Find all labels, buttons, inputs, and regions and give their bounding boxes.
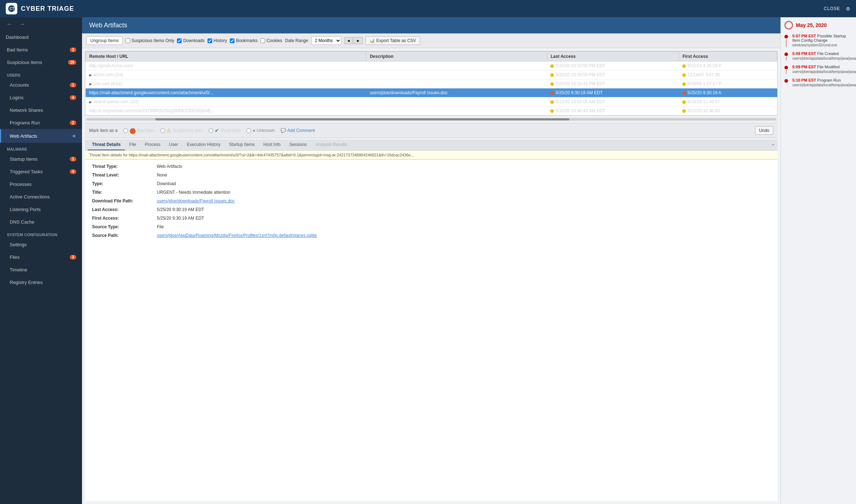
threat-level-value: None [157,173,167,178]
tab-sessions[interactable]: Sessions [285,139,311,150]
table-scrollbar[interactable] [85,117,778,122]
sidebar-item-network-shares[interactable]: Network Shares [0,104,82,116]
suspicious-only-checkbox[interactable] [126,38,130,43]
good-item-option[interactable]: ✔ Good Item [209,128,241,133]
row-first-access: 5/25/20 9:30:19 A [679,88,777,97]
source-path-value[interactable]: users/jdoe/AppData/Roaming/Mozilla/Firef… [157,233,317,238]
table-row[interactable]: ▶acme.com (1/4) 5/25/20 10:10:55 PM EDT … [86,70,777,79]
sidebar-item-registry-entries[interactable]: Registry Entries [0,276,82,289]
sidebar-item-programs-run[interactable]: Programs Run 2 [0,116,82,129]
suspicious-only-label[interactable]: Suspicious Items Only [126,38,174,43]
sidebar-item-bad-items[interactable]: Bad Items 3 [0,43,82,56]
bad-items-label: Bad Items [7,47,28,52]
history-checkbox[interactable] [208,38,212,43]
tab-analysis-results[interactable]: Analysis Results [311,139,351,150]
table-row[interactable]: ▶cnn.com (6/12) 5/25/20 10:10:42 PM EDT … [86,79,777,88]
sidebar-item-dns-cache[interactable]: DNS Cache [0,216,82,228]
back-button[interactable]: ← [4,20,14,28]
scrollbar-thumb[interactable] [155,118,569,120]
sidebar-item-startup-items[interactable]: Startup Items 1 [0,153,82,165]
settings-icon[interactable]: ⚙ [846,6,850,12]
tab-threat-details[interactable]: Threat Details [88,139,125,150]
bookmarks-label[interactable]: Bookmarks [230,38,258,43]
cookies-checkbox[interactable] [260,38,265,43]
table-row[interactable]: ▶search.yahoo.com (2/2) 5/12/20 10:50:05… [86,97,777,106]
close-button[interactable]: CLOSE [824,6,840,11]
undo-button[interactable]: Undo [755,126,773,135]
date-range-label: Date Range [285,38,308,43]
sidebar-item-files[interactable]: Files 3 [0,251,82,264]
files-label: Files [10,255,19,260]
sidebar-item-active-connections[interactable]: Active Connections [0,191,82,203]
sidebar-item-logins[interactable]: Logins 4 [0,91,82,104]
timeline-item-2[interactable]: 5:09 PM EST File Modified users/jdoe/app… [784,65,852,74]
export-button[interactable]: 📊 Export Table as CSV [365,36,420,45]
tab-startup-items[interactable]: Startup Items [225,139,259,150]
logins-label: Logins [10,95,23,100]
history-label[interactable]: History [208,38,227,43]
threat-level-key: Threat Level: [92,173,157,178]
cookies-label[interactable]: Cookies [260,38,282,43]
app-title: CYBER TRIAGE [21,5,74,13]
detail-tabs: Threat Details File Process User Executi… [85,139,778,151]
sidebar-item-timeline[interactable]: Timeline [0,264,82,276]
timeline-time-2: 5:09 PM EST [792,65,817,69]
sidebar-item-suspicious-items[interactable]: Suspicious Items 15 [0,56,82,69]
sidebar-item-triggered-tasks[interactable]: Triggered Tasks 4 [0,165,82,178]
tab-file[interactable]: File [125,139,140,150]
good-item-radio[interactable] [209,128,213,133]
content-header: Web Artifacts [82,17,780,33]
expand-icon[interactable]: ▶ [89,82,92,86]
detail-row-first-access: First Access: 5/25/20 9:30:19 AM EDT [92,216,770,221]
bad-item-option[interactable]: ⬤ Bad Item [123,127,155,134]
minimize-button[interactable]: − [771,142,775,148]
expand-icon[interactable]: ▶ [89,100,92,104]
unknown-icon: ● [252,128,255,133]
unknown-radio[interactable] [246,128,251,133]
bookmarks-checkbox[interactable] [230,38,235,43]
suspicious-item-option[interactable]: ⚠ Suspicious Item [160,128,203,133]
good-item-icon: ✔ [215,128,219,133]
sidebar-item-processes[interactable]: Processes [0,178,82,191]
timeline-path-3: users/jdoe/appdata/local/temp/java/javap… [792,83,856,87]
sidebar-item-settings[interactable]: Settings [0,238,82,251]
table-row[interactable]: http://c.bizjournals.com/ct/e/237868031/… [86,106,777,115]
timeline-item-1[interactable]: 5:09 PM EST File Created users/jdoe/appd… [784,51,852,60]
sidebar-item-listening-ports[interactable]: Listening Ports [0,203,82,216]
timeline-date: May 25, 2020 [784,21,852,29]
tab-user[interactable]: User [165,139,182,150]
table-row[interactable]: http://gmail.Acme.com/ 5/25/20 10:10:55 … [86,61,777,70]
row-description [366,61,547,70]
ungroup-items-button[interactable]: Ungroup Items [86,36,123,45]
sidebar-navigation: ← → [0,17,82,31]
suspicious-item-radio[interactable] [160,128,165,133]
detail-row-source-type: Source Type: File [92,224,770,229]
downloads-checkbox[interactable] [177,38,182,43]
tab-process[interactable]: Process [141,139,165,150]
detail-row-source-path: Source Path: users/jdoe/AppData/Roaming/… [92,233,770,238]
timeline-item-0[interactable]: 5:07 PM EST Possible Startup Item Config… [784,34,852,47]
download-path-value[interactable]: users/jdoe/downloads/Payroll Issues.doc [157,198,235,203]
row-first-access: 8/12/14 4:35:29 P [679,61,777,70]
col-remote-host: Remote Host / URL [86,52,366,61]
tab-host-info[interactable]: Host Info [259,139,285,150]
sidebar-item-dashboard[interactable]: Dashboard [0,31,82,43]
table-row-selected[interactable]: https://mail-attachment.googleuserconten… [86,88,777,97]
downloads-label[interactable]: Downloads [177,38,204,43]
timeline-item-3[interactable]: 5:10 PM EST Program Run users/jdoe/appda… [784,78,852,87]
nav-next-button[interactable]: ► [354,37,363,44]
unknown-option[interactable]: ● Unknown [246,128,274,133]
row-description: users/jdoe/downloads/Payroll Issues.doc [366,88,547,97]
sidebar-item-web-artifacts[interactable]: Web Artifacts ◄ [0,129,82,143]
forward-button[interactable]: → [17,20,27,28]
tab-execution-history[interactable]: Execution History [182,139,224,150]
bad-item-icon: ⬤ [129,127,136,134]
detail-row-title: Title: URGENT - Needs Immediate attentio… [92,190,770,195]
users-header: Users [0,69,82,79]
sidebar-item-accounts[interactable]: Accounts 1 [0,79,82,91]
bad-item-radio[interactable] [123,128,128,133]
nav-prev-button[interactable]: ◄ [344,37,353,44]
add-comment-button[interactable]: 💬 Add Comment [281,128,315,133]
date-range-select[interactable]: 2 Months [311,36,341,45]
expand-icon[interactable]: ▶ [89,73,92,77]
